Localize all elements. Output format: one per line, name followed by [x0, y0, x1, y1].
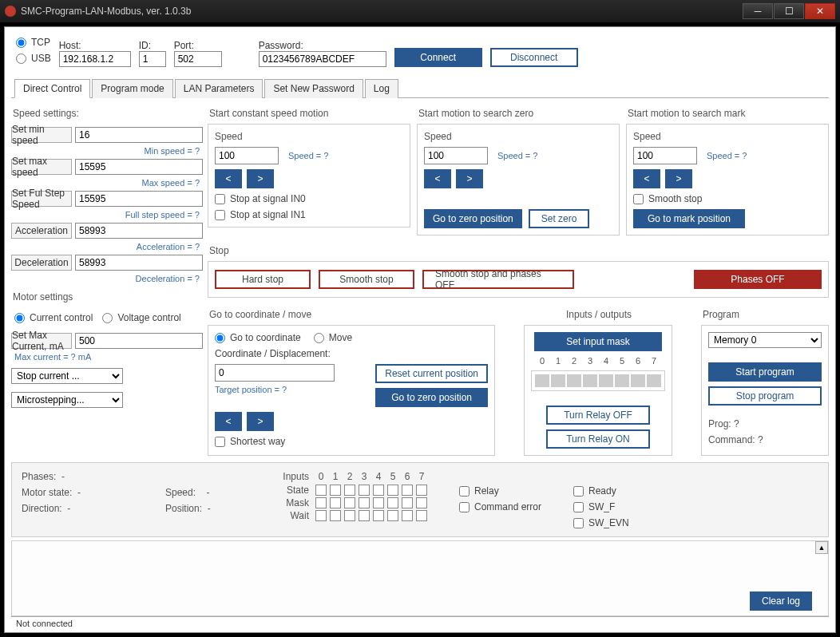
password-input[interactable] [259, 51, 386, 67]
target-position-link[interactable]: Target position = ? [215, 385, 335, 394]
acceleration-link[interactable]: Acceleration = ? [11, 242, 203, 251]
hard-stop-button[interactable]: Hard stop [215, 270, 311, 289]
speed-settings-title: Speed settings: [13, 108, 203, 119]
turn-relay-off-button[interactable]: Turn Relay OFF [546, 406, 650, 425]
command-label: Command: ? [708, 434, 822, 445]
io-numbers: 01234567 [532, 356, 664, 366]
program-title: Program [703, 309, 829, 320]
search-zero-right-button[interactable]: > [456, 169, 483, 188]
window-title: SMC-Program-LAN-Modbus, ver. 1.0.3b [21, 6, 743, 17]
io-boxes [531, 370, 665, 391]
close-button[interactable]: ✕ [805, 3, 835, 19]
current-control-radio[interactable]: Current control [14, 312, 93, 323]
io-title: Inputs / outputs [566, 309, 632, 320]
const-speed-link[interactable]: Speed = ? [288, 151, 331, 160]
port-input[interactable] [174, 51, 222, 67]
coordinate-input[interactable] [215, 364, 335, 382]
tab-lan-parameters[interactable]: LAN Parameters [175, 79, 263, 98]
search-zero-speed-input[interactable] [424, 147, 488, 164]
search-mark-right-button[interactable]: > [665, 169, 692, 188]
set-zero-button[interactable]: Set zero [529, 209, 590, 228]
tab-program-mode[interactable]: Program mode [92, 79, 172, 98]
reset-current-position-button[interactable]: Reset current position [375, 364, 488, 383]
stop-in1-checkbox[interactable]: Stop at signal IN1 [215, 209, 403, 220]
search-mark-speed-input[interactable] [633, 147, 697, 164]
tab-direct-control[interactable]: Direct Control [14, 79, 90, 98]
connect-button[interactable]: Connect [394, 48, 482, 67]
clear-log-button[interactable]: Clear log [750, 592, 812, 611]
search-zero-left-button[interactable]: < [424, 169, 451, 188]
max-speed-link[interactable]: Max speed = ? [11, 178, 203, 188]
coord-go-to-zero-button[interactable]: Go to zero position [375, 388, 488, 407]
set-max-speed-button[interactable]: Set max speed [11, 159, 72, 175]
max-current-link[interactable]: Max current = ? mA [11, 352, 203, 362]
smooth-stop-checkbox[interactable]: Smooth stop [633, 193, 822, 204]
max-speed-input[interactable] [75, 159, 203, 175]
min-speed-link[interactable]: Min speed = ? [11, 146, 203, 156]
min-speed-input[interactable] [75, 127, 203, 143]
max-current-input[interactable] [75, 333, 203, 349]
footer-status: Not connected [11, 616, 829, 632]
status-bar: Phases: - Motor state: - Direction: - Sp… [11, 462, 829, 537]
set-max-current-button[interactable]: Set Max Current, mA [11, 333, 72, 349]
microstepping-select[interactable]: Microstepping... [11, 392, 123, 408]
scroll-up-icon[interactable]: ▲ [815, 541, 828, 554]
acceleration-input[interactable] [75, 223, 203, 239]
memory-select[interactable]: Memory 0 [708, 332, 822, 348]
tab-set-new-password[interactable]: Set New Password [264, 79, 363, 98]
swf-checkbox: SW_F [573, 501, 629, 512]
swevn-checkbox: SW_EVN [573, 517, 629, 528]
stop-current-select[interactable]: Stop current ... [11, 368, 123, 384]
deceleration-input[interactable] [75, 255, 203, 271]
const-speed-right-button[interactable]: > [247, 169, 274, 188]
id-input[interactable] [139, 51, 166, 67]
coord-left-button[interactable]: < [215, 412, 242, 431]
go-to-mark-position-button[interactable]: Go to mark position [633, 209, 745, 228]
maximize-button[interactable]: ☐ [774, 3, 804, 19]
relay-checkbox: Relay [459, 485, 541, 497]
app-icon [5, 6, 16, 17]
const-speed-left-button[interactable]: < [215, 169, 242, 188]
tcp-radio[interactable]: TCP [16, 37, 51, 48]
deceleration-link[interactable]: Deceleration = ? [11, 274, 203, 283]
turn-relay-on-button[interactable]: Turn Relay ON [546, 429, 650, 449]
coord-right-button[interactable]: > [247, 412, 274, 431]
stop-in0-checkbox[interactable]: Stop at signal IN0 [215, 193, 403, 204]
phases-off-button[interactable]: Phases OFF [694, 270, 822, 289]
tab-log[interactable]: Log [365, 79, 398, 98]
motor-settings-title: Motor settings [13, 291, 203, 303]
shortest-way-checkbox[interactable]: Shortest way [215, 436, 488, 447]
usb-radio[interactable]: USB [16, 53, 51, 64]
log-area: ▲ Clear log [11, 540, 829, 616]
smooth-stop-button[interactable]: Smooth stop [319, 270, 414, 289]
move-radio[interactable]: Move [314, 332, 352, 343]
goto-coordinate-radio[interactable]: Go to coordinate [215, 332, 301, 343]
host-input[interactable] [59, 51, 131, 67]
titlebar: SMC-Program-LAN-Modbus, ver. 1.0.3b ─ ☐ … [0, 0, 840, 22]
search-mark-speed-link[interactable]: Speed = ? [707, 151, 750, 160]
connection-row: TCP USB Host: ID: Port: Password: Connec… [11, 34, 829, 70]
start-program-button[interactable]: Start program [708, 362, 822, 382]
search-mark-left-button[interactable]: < [633, 169, 660, 188]
full-step-speed-input[interactable] [75, 191, 203, 207]
const-speed-title: Start constant speed motion [209, 108, 410, 119]
set-full-step-speed-button[interactable]: Set Ful Step Speed [11, 191, 72, 207]
go-to-zero-position-button[interactable]: Go to zero position [424, 209, 522, 228]
disconnect-button[interactable]: Disconnect [490, 48, 578, 67]
search-zero-speed-link[interactable]: Speed = ? [497, 151, 541, 160]
acceleration-button[interactable]: Acceleration [11, 223, 72, 239]
search-zero-title: Start motion to search zero [418, 108, 620, 119]
set-min-speed-button[interactable]: Set min speed [11, 127, 72, 143]
deceleration-button[interactable]: Deceleration [11, 255, 72, 271]
prog-label: Prog: ? [708, 418, 822, 429]
smooth-stop-phases-off-button[interactable]: Smooth stop and phases OFF [422, 270, 574, 289]
full-step-speed-link[interactable]: Full step speed = ? [11, 210, 203, 220]
set-input-mask-button[interactable]: Set input mask [534, 332, 662, 351]
stop-program-button[interactable]: Stop program [708, 386, 822, 406]
ready-checkbox: Ready [573, 485, 629, 497]
const-speed-input[interactable] [215, 147, 279, 164]
stop-title: Stop [209, 245, 829, 256]
voltage-control-radio[interactable]: Voltage control [102, 312, 180, 323]
command-error-checkbox: Command error [459, 501, 541, 512]
minimize-button[interactable]: ─ [743, 3, 773, 19]
